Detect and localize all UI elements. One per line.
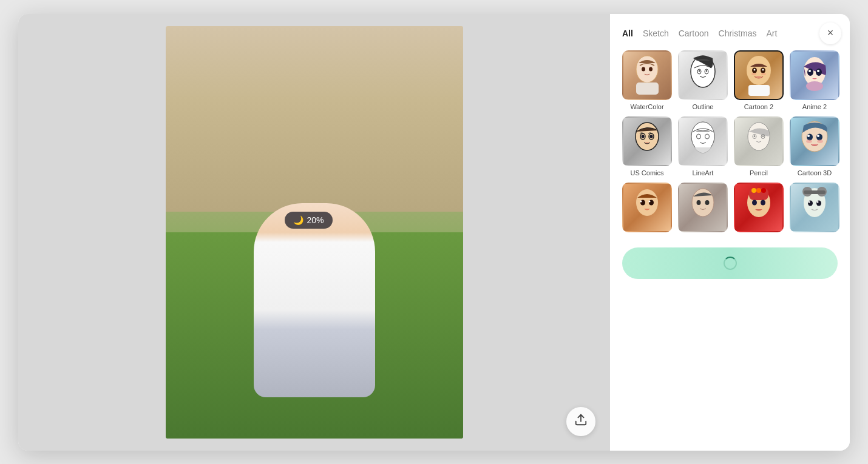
- image-panel: 🌙 20%: [18, 14, 610, 451]
- filter-tab-all[interactable]: All: [622, 29, 633, 38]
- svg-point-21: [816, 69, 822, 76]
- svg-point-14: [753, 69, 755, 71]
- svg-point-27: [641, 135, 644, 138]
- upload-icon: [574, 413, 588, 429]
- style-item-extra1[interactable]: [622, 183, 672, 235]
- thumb-face-anime2: [791, 52, 838, 99]
- style-thumb-anime2: [790, 50, 839, 100]
- svg-rect-66: [804, 190, 826, 194]
- progress-badge: 🌙 20%: [285, 212, 333, 229]
- svg-point-16: [751, 73, 756, 75]
- svg-point-25: [636, 123, 659, 150]
- svg-point-60: [761, 188, 766, 193]
- style-thumb-pencil: [734, 116, 784, 166]
- filter-tab-christmas[interactable]: Christmas: [719, 29, 757, 38]
- style-thumb-cartoon2: [734, 50, 784, 100]
- svg-point-69: [808, 201, 810, 203]
- style-thumb-watercolor: [622, 50, 672, 100]
- style-item-anime2[interactable]: Anime 2: [790, 50, 839, 110]
- thumb-face-extra3: [735, 184, 782, 231]
- svg-point-55: [705, 200, 709, 205]
- generate-button[interactable]: [622, 247, 838, 279]
- svg-rect-5: [636, 82, 659, 95]
- svg-point-43: [816, 134, 822, 141]
- thumb-face-cartoon3d: [791, 118, 838, 165]
- style-thumb-uscomics: [622, 116, 672, 166]
- svg-point-62: [761, 200, 765, 206]
- style-thumb-cartoon3d: [790, 116, 839, 166]
- svg-point-45: [817, 135, 819, 137]
- style-thumb-extra4: [790, 183, 839, 232]
- svg-point-20: [807, 69, 813, 76]
- style-label-pencil: Pencil: [750, 169, 768, 177]
- svg-point-33: [748, 123, 770, 150]
- svg-point-42: [807, 134, 813, 141]
- svg-point-29: [649, 135, 653, 138]
- main-image: 🌙 20%: [166, 26, 463, 439]
- style-thumb-outline: [678, 50, 728, 100]
- style-thumb-extra2: [678, 183, 728, 232]
- loading-spinner: [724, 257, 737, 270]
- svg-point-61: [752, 200, 757, 206]
- thumb-face-extra2: [679, 184, 727, 231]
- thumb-face-outline: [679, 52, 727, 99]
- svg-point-17: [761, 73, 766, 75]
- style-grid: WaterColor: [622, 50, 838, 235]
- style-item-outline[interactable]: Outline: [678, 50, 728, 110]
- svg-point-8: [698, 70, 699, 72]
- thumb-face-pencil: [735, 118, 782, 165]
- style-item-extra3[interactable]: [734, 183, 784, 235]
- svg-point-15: [762, 69, 764, 71]
- filter-tab-sketch[interactable]: Sketch: [643, 29, 669, 38]
- style-thumb-extra3: [734, 183, 784, 232]
- style-thumb-extra1: [622, 183, 672, 232]
- style-item-extra4[interactable]: [790, 183, 839, 235]
- thumb-face-uscomics: [623, 118, 671, 165]
- moon-icon: 🌙: [293, 215, 303, 225]
- svg-point-22: [809, 70, 811, 72]
- style-item-cartoon2[interactable]: Cartoon 2: [734, 50, 784, 110]
- svg-point-23: [817, 70, 819, 72]
- svg-point-11: [747, 56, 771, 85]
- svg-point-52: [648, 201, 650, 203]
- main-modal: × 🌙 20% All: [18, 14, 850, 451]
- photo-building: [166, 26, 463, 212]
- svg-point-46: [806, 140, 812, 143]
- svg-point-3: [642, 67, 645, 72]
- svg-point-36: [753, 135, 754, 136]
- svg-point-48: [636, 189, 658, 216]
- svg-point-47: [817, 140, 823, 143]
- style-label-lineart: LineArt: [693, 169, 714, 177]
- filter-tabs: All Sketch Cartoon Christmas Art: [622, 29, 838, 41]
- thumb-face-watercolor: [623, 52, 671, 99]
- svg-point-70: [816, 201, 818, 203]
- style-panel: All Sketch Cartoon Christmas Art: [610, 14, 850, 451]
- style-thumb-lineart: [678, 116, 728, 166]
- svg-point-54: [696, 200, 700, 205]
- svg-point-59: [756, 188, 761, 193]
- style-label-uscomics: US Comics: [630, 169, 663, 177]
- svg-point-4: [649, 67, 653, 72]
- style-item-extra2[interactable]: [678, 183, 728, 235]
- style-label-cartoon3d: Cartoon 3D: [798, 169, 832, 177]
- svg-point-37: [762, 135, 763, 136]
- photo-person: [254, 203, 375, 397]
- thumb-face-cartoon2: [735, 52, 782, 99]
- style-item-uscomics[interactable]: US Comics: [622, 116, 672, 177]
- close-button[interactable]: ×: [819, 22, 841, 44]
- upload-button[interactable]: [566, 407, 595, 436]
- style-item-cartoon3d[interactable]: Cartoon 3D: [790, 116, 839, 177]
- style-item-pencil[interactable]: Pencil: [734, 116, 784, 177]
- svg-rect-18: [748, 85, 770, 96]
- svg-point-30: [691, 122, 714, 151]
- style-item-watercolor[interactable]: WaterColor: [622, 50, 672, 110]
- filter-tab-cartoon[interactable]: Cartoon: [679, 29, 709, 38]
- svg-point-24: [806, 81, 823, 91]
- filter-tab-art[interactable]: Art: [767, 29, 778, 38]
- thumb-face-extra4: [791, 184, 838, 231]
- style-label-outline: Outline: [693, 103, 714, 110]
- style-item-lineart[interactable]: LineArt: [678, 116, 728, 177]
- style-label-anime2: Anime 2: [802, 103, 827, 110]
- svg-point-58: [751, 188, 756, 193]
- thumb-face-lineart: [679, 118, 727, 165]
